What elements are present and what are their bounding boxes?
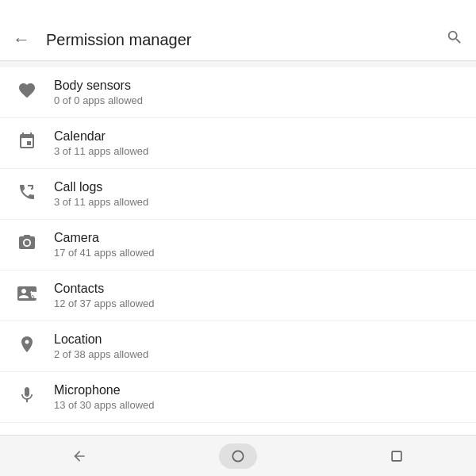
calendar-icon bbox=[16, 132, 38, 155]
status-bar bbox=[0, 0, 476, 19]
item-subtitle: 3 of 11 apps allowed bbox=[54, 196, 148, 208]
list-item[interactable]: Contacts 12 of 37 apps allowed bbox=[0, 271, 476, 321]
nav-back-button[interactable] bbox=[60, 443, 98, 469]
item-text: Contacts 12 of 37 apps allowed bbox=[54, 282, 154, 309]
item-subtitle: 17 of 41 apps allowed bbox=[54, 247, 154, 259]
item-text: Location 2 of 38 apps allowed bbox=[54, 332, 148, 360]
item-text: Microphone 13 of 30 apps allowed bbox=[54, 383, 154, 411]
item-text: Calendar 3 of 11 apps allowed bbox=[54, 129, 148, 157]
permission-list: Body sensors 0 of 0 apps allowed Calenda… bbox=[0, 67, 476, 435]
item-subtitle: 2 of 38 apps allowed bbox=[54, 348, 148, 360]
back-button[interactable]: ← bbox=[13, 29, 30, 50]
heart-icon bbox=[16, 81, 38, 105]
item-title: Calendar bbox=[54, 129, 148, 144]
svg-point-0 bbox=[232, 451, 243, 461]
list-item[interactable]: Call logs 3 of 11 apps allowed bbox=[0, 169, 476, 220]
nav-home-button[interactable] bbox=[219, 443, 257, 469]
location-icon bbox=[16, 335, 38, 359]
contacts-icon bbox=[16, 284, 38, 308]
page-title: Permission manager bbox=[46, 31, 430, 49]
header: ← Permission manager bbox=[0, 19, 476, 61]
item-title: Location bbox=[54, 332, 148, 347]
item-subtitle: 12 of 37 apps allowed bbox=[54, 298, 154, 309]
navigation-bar bbox=[0, 435, 476, 476]
list-item[interactable]: Body sensors 0 of 0 apps allowed bbox=[0, 67, 476, 118]
search-button[interactable] bbox=[446, 29, 463, 51]
list-item[interactable]: Location 2 of 38 apps allowed bbox=[0, 321, 476, 372]
item-text: Call logs 3 of 11 apps allowed bbox=[54, 180, 148, 208]
item-subtitle: 0 of 0 apps allowed bbox=[54, 94, 143, 106]
item-subtitle: 3 of 11 apps allowed bbox=[54, 145, 148, 157]
nav-recent-button[interactable] bbox=[378, 443, 416, 469]
list-item[interactable]: Calendar 3 of 11 apps allowed bbox=[0, 118, 476, 169]
item-title: Call logs bbox=[54, 180, 148, 194]
list-item[interactable]: Camera 17 of 41 apps allowed bbox=[0, 220, 476, 271]
item-text: Camera 17 of 41 apps allowed bbox=[54, 231, 154, 259]
item-text: Body sensors 0 of 0 apps allowed bbox=[54, 79, 143, 106]
item-title: Contacts bbox=[54, 282, 154, 296]
list-item[interactable]: Phone 9 of 34 apps allowed bbox=[0, 423, 476, 435]
item-title: Camera bbox=[54, 231, 154, 245]
call-logs-icon bbox=[16, 182, 38, 206]
item-title: Body sensors bbox=[54, 79, 143, 93]
camera-icon bbox=[16, 233, 38, 257]
microphone-icon bbox=[16, 386, 38, 409]
item-subtitle: 13 of 30 apps allowed bbox=[54, 399, 154, 411]
list-item[interactable]: Microphone 13 of 30 apps allowed bbox=[0, 372, 476, 423]
item-title: Microphone bbox=[54, 383, 154, 397]
